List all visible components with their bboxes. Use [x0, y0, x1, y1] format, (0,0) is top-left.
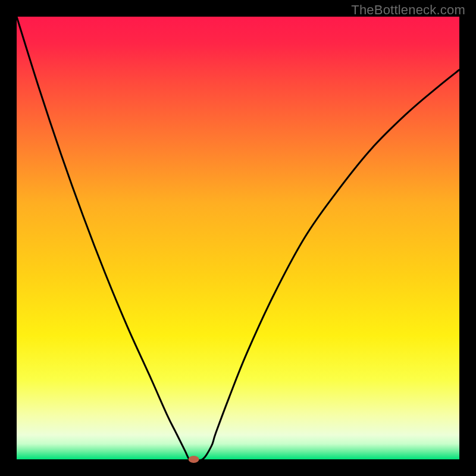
plot-background — [17, 17, 459, 459]
watermark-text: TheBottleneck.com — [351, 2, 465, 18]
chart-frame: TheBottleneck.com — [0, 0, 476, 476]
bottleneck-chart — [0, 0, 476, 476]
optimal-point-marker — [189, 456, 199, 463]
